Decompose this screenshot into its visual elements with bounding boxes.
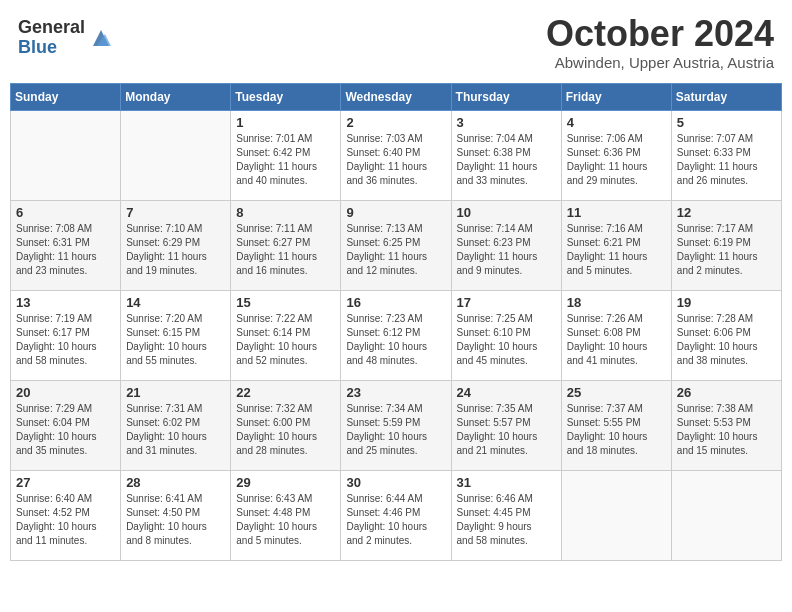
calendar-cell: 27Sunrise: 6:40 AM Sunset: 4:52 PM Dayli… bbox=[11, 470, 121, 560]
day-info: Sunrise: 7:29 AM Sunset: 6:04 PM Dayligh… bbox=[16, 402, 115, 458]
calendar-cell: 14Sunrise: 7:20 AM Sunset: 6:15 PM Dayli… bbox=[121, 290, 231, 380]
day-number: 20 bbox=[16, 385, 115, 400]
logo-general-text: General bbox=[18, 18, 85, 38]
day-number: 25 bbox=[567, 385, 666, 400]
calendar-week-3: 13Sunrise: 7:19 AM Sunset: 6:17 PM Dayli… bbox=[11, 290, 782, 380]
calendar-cell: 4Sunrise: 7:06 AM Sunset: 6:36 PM Daylig… bbox=[561, 110, 671, 200]
logo: General Blue bbox=[18, 18, 113, 58]
day-number: 13 bbox=[16, 295, 115, 310]
weekday-header-monday: Monday bbox=[121, 83, 231, 110]
calendar-cell: 24Sunrise: 7:35 AM Sunset: 5:57 PM Dayli… bbox=[451, 380, 561, 470]
day-number: 22 bbox=[236, 385, 335, 400]
day-number: 26 bbox=[677, 385, 776, 400]
day-number: 30 bbox=[346, 475, 445, 490]
month-title: October 2024 bbox=[546, 14, 774, 54]
calendar-cell: 22Sunrise: 7:32 AM Sunset: 6:00 PM Dayli… bbox=[231, 380, 341, 470]
day-number: 5 bbox=[677, 115, 776, 130]
weekday-header-sunday: Sunday bbox=[11, 83, 121, 110]
day-number: 23 bbox=[346, 385, 445, 400]
calendar-cell: 13Sunrise: 7:19 AM Sunset: 6:17 PM Dayli… bbox=[11, 290, 121, 380]
title-block: October 2024 Abwinden, Upper Austria, Au… bbox=[546, 14, 774, 71]
day-info: Sunrise: 6:44 AM Sunset: 4:46 PM Dayligh… bbox=[346, 492, 445, 548]
weekday-header-tuesday: Tuesday bbox=[231, 83, 341, 110]
calendar-week-2: 6Sunrise: 7:08 AM Sunset: 6:31 PM Daylig… bbox=[11, 200, 782, 290]
calendar-cell: 19Sunrise: 7:28 AM Sunset: 6:06 PM Dayli… bbox=[671, 290, 781, 380]
calendar-cell bbox=[671, 470, 781, 560]
day-number: 3 bbox=[457, 115, 556, 130]
calendar-cell: 20Sunrise: 7:29 AM Sunset: 6:04 PM Dayli… bbox=[11, 380, 121, 470]
day-info: Sunrise: 7:08 AM Sunset: 6:31 PM Dayligh… bbox=[16, 222, 115, 278]
day-info: Sunrise: 6:46 AM Sunset: 4:45 PM Dayligh… bbox=[457, 492, 556, 548]
day-number: 27 bbox=[16, 475, 115, 490]
calendar-cell: 29Sunrise: 6:43 AM Sunset: 4:48 PM Dayli… bbox=[231, 470, 341, 560]
day-info: Sunrise: 6:41 AM Sunset: 4:50 PM Dayligh… bbox=[126, 492, 225, 548]
location: Abwinden, Upper Austria, Austria bbox=[546, 54, 774, 71]
day-info: Sunrise: 6:40 AM Sunset: 4:52 PM Dayligh… bbox=[16, 492, 115, 548]
day-number: 7 bbox=[126, 205, 225, 220]
day-number: 2 bbox=[346, 115, 445, 130]
calendar-cell: 31Sunrise: 6:46 AM Sunset: 4:45 PM Dayli… bbox=[451, 470, 561, 560]
calendar-cell: 8Sunrise: 7:11 AM Sunset: 6:27 PM Daylig… bbox=[231, 200, 341, 290]
day-info: Sunrise: 7:17 AM Sunset: 6:19 PM Dayligh… bbox=[677, 222, 776, 278]
day-info: Sunrise: 7:07 AM Sunset: 6:33 PM Dayligh… bbox=[677, 132, 776, 188]
day-number: 31 bbox=[457, 475, 556, 490]
calendar-cell bbox=[561, 470, 671, 560]
calendar-cell: 3Sunrise: 7:04 AM Sunset: 6:38 PM Daylig… bbox=[451, 110, 561, 200]
day-info: Sunrise: 7:37 AM Sunset: 5:55 PM Dayligh… bbox=[567, 402, 666, 458]
day-info: Sunrise: 7:06 AM Sunset: 6:36 PM Dayligh… bbox=[567, 132, 666, 188]
calendar-cell: 30Sunrise: 6:44 AM Sunset: 4:46 PM Dayli… bbox=[341, 470, 451, 560]
day-number: 29 bbox=[236, 475, 335, 490]
calendar-cell: 17Sunrise: 7:25 AM Sunset: 6:10 PM Dayli… bbox=[451, 290, 561, 380]
day-number: 19 bbox=[677, 295, 776, 310]
calendar-cell: 2Sunrise: 7:03 AM Sunset: 6:40 PM Daylig… bbox=[341, 110, 451, 200]
day-info: Sunrise: 7:34 AM Sunset: 5:59 PM Dayligh… bbox=[346, 402, 445, 458]
day-number: 24 bbox=[457, 385, 556, 400]
day-info: Sunrise: 7:19 AM Sunset: 6:17 PM Dayligh… bbox=[16, 312, 115, 368]
calendar-cell: 26Sunrise: 7:38 AM Sunset: 5:53 PM Dayli… bbox=[671, 380, 781, 470]
day-info: Sunrise: 7:35 AM Sunset: 5:57 PM Dayligh… bbox=[457, 402, 556, 458]
calendar-cell: 5Sunrise: 7:07 AM Sunset: 6:33 PM Daylig… bbox=[671, 110, 781, 200]
calendar-week-5: 27Sunrise: 6:40 AM Sunset: 4:52 PM Dayli… bbox=[11, 470, 782, 560]
day-info: Sunrise: 7:31 AM Sunset: 6:02 PM Dayligh… bbox=[126, 402, 225, 458]
day-info: Sunrise: 7:25 AM Sunset: 6:10 PM Dayligh… bbox=[457, 312, 556, 368]
day-number: 1 bbox=[236, 115, 335, 130]
day-info: Sunrise: 7:14 AM Sunset: 6:23 PM Dayligh… bbox=[457, 222, 556, 278]
calendar-week-4: 20Sunrise: 7:29 AM Sunset: 6:04 PM Dayli… bbox=[11, 380, 782, 470]
calendar-cell: 7Sunrise: 7:10 AM Sunset: 6:29 PM Daylig… bbox=[121, 200, 231, 290]
logo-blue-text: Blue bbox=[18, 38, 85, 58]
day-info: Sunrise: 7:20 AM Sunset: 6:15 PM Dayligh… bbox=[126, 312, 225, 368]
calendar-cell: 6Sunrise: 7:08 AM Sunset: 6:31 PM Daylig… bbox=[11, 200, 121, 290]
day-number: 4 bbox=[567, 115, 666, 130]
day-number: 11 bbox=[567, 205, 666, 220]
calendar-cell bbox=[11, 110, 121, 200]
day-number: 28 bbox=[126, 475, 225, 490]
day-number: 8 bbox=[236, 205, 335, 220]
logo-icon bbox=[89, 26, 113, 50]
day-info: Sunrise: 7:11 AM Sunset: 6:27 PM Dayligh… bbox=[236, 222, 335, 278]
calendar-table: SundayMondayTuesdayWednesdayThursdayFrid… bbox=[10, 83, 782, 561]
day-number: 6 bbox=[16, 205, 115, 220]
weekday-header-thursday: Thursday bbox=[451, 83, 561, 110]
calendar-cell: 16Sunrise: 7:23 AM Sunset: 6:12 PM Dayli… bbox=[341, 290, 451, 380]
calendar-cell: 11Sunrise: 7:16 AM Sunset: 6:21 PM Dayli… bbox=[561, 200, 671, 290]
weekday-header-friday: Friday bbox=[561, 83, 671, 110]
calendar-week-1: 1Sunrise: 7:01 AM Sunset: 6:42 PM Daylig… bbox=[11, 110, 782, 200]
calendar-cell: 1Sunrise: 7:01 AM Sunset: 6:42 PM Daylig… bbox=[231, 110, 341, 200]
day-info: Sunrise: 7:32 AM Sunset: 6:00 PM Dayligh… bbox=[236, 402, 335, 458]
weekday-header-saturday: Saturday bbox=[671, 83, 781, 110]
calendar-cell bbox=[121, 110, 231, 200]
day-number: 10 bbox=[457, 205, 556, 220]
calendar-cell: 21Sunrise: 7:31 AM Sunset: 6:02 PM Dayli… bbox=[121, 380, 231, 470]
weekday-header-wednesday: Wednesday bbox=[341, 83, 451, 110]
day-info: Sunrise: 7:04 AM Sunset: 6:38 PM Dayligh… bbox=[457, 132, 556, 188]
day-info: Sunrise: 7:28 AM Sunset: 6:06 PM Dayligh… bbox=[677, 312, 776, 368]
day-info: Sunrise: 7:22 AM Sunset: 6:14 PM Dayligh… bbox=[236, 312, 335, 368]
calendar-cell: 15Sunrise: 7:22 AM Sunset: 6:14 PM Dayli… bbox=[231, 290, 341, 380]
day-info: Sunrise: 7:16 AM Sunset: 6:21 PM Dayligh… bbox=[567, 222, 666, 278]
calendar-cell: 25Sunrise: 7:37 AM Sunset: 5:55 PM Dayli… bbox=[561, 380, 671, 470]
day-number: 9 bbox=[346, 205, 445, 220]
calendar-cell: 23Sunrise: 7:34 AM Sunset: 5:59 PM Dayli… bbox=[341, 380, 451, 470]
day-number: 16 bbox=[346, 295, 445, 310]
calendar-cell: 18Sunrise: 7:26 AM Sunset: 6:08 PM Dayli… bbox=[561, 290, 671, 380]
weekday-header-row: SundayMondayTuesdayWednesdayThursdayFrid… bbox=[11, 83, 782, 110]
